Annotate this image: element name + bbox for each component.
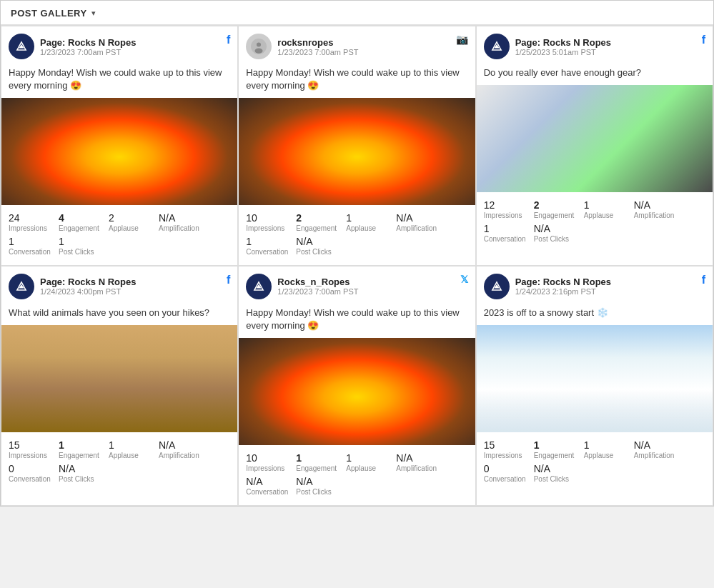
post-card-3: Page: Rocks N Ropes 1/25/2023 5:01am PST… [476,26,713,266]
post-clicks-stat: N/A Post Clicks [59,463,101,484]
impressions-stat: 15 Impressions [9,439,51,460]
post-clicks-value: N/A [296,476,339,488]
engagement-stat: 2 Engagement [534,199,577,220]
post-text: Happy Monday! Wish we could wake up to t… [1,64,237,98]
avatar [9,34,34,59]
impressions-stat: 10 Impressions [246,212,289,233]
instagram-icon: 📷 [456,34,468,45]
stats-row-1: 10 Impressions 1 Engagement 1 Applause N… [246,452,467,473]
applause-stat: 2 Applause [109,212,152,233]
post-text: 2023 is off to a snowy start ❄️ [477,304,713,325]
post-clicks-label: Post Clicks [59,475,101,484]
post-card-5: Rocks_n_Ropes 1/23/2023 7:00am PST 𝕏 Hap… [238,266,475,506]
conversation-label: Conversation [484,475,527,484]
post-image [239,338,475,445]
applause-stat: 1 Applause [346,452,389,473]
post-date: 1/25/2023 5:01am PST [515,48,611,56]
author-info: Page: Rocks N Ropes 1/23/2023 7:00am PST [40,37,136,56]
stats-row-1: 15 Impressions 1 Engagement 1 Applause N… [484,439,705,460]
post-clicks-label: Post Clicks [59,248,101,256]
applause-value: 1 [584,439,627,452]
engagement-label: Engagement [534,452,577,460]
impressions-label: Impressions [484,211,527,220]
post-header: rocksnropes 1/23/2023 7:00am PST 📷 [239,26,475,64]
author-info: Page: Rocks N Ropes 1/24/2023 2:16pm PST [515,276,611,296]
engagement-label: Engagement [296,224,339,233]
amplification-value: N/A [159,439,202,452]
conversation-value: 0 [484,463,527,475]
impressions-value: 10 [246,452,289,464]
applause-stat: 1 Applause [109,439,152,460]
author-name: rocksnropes [277,37,358,48]
conversation-value: 1 [246,236,289,248]
post-header: Rocks_n_Ropes 1/23/2023 7:00am PST 𝕏 [239,266,475,304]
gallery-header: POST GALLERY ▾ [1,1,713,25]
author-name: Page: Rocks N Ropes [40,37,136,48]
post-card-2: rocksnropes 1/23/2023 7:00am PST 📷 Happy… [238,26,475,266]
impressions-value: 15 [9,439,51,452]
conversation-label: Conversation [246,248,289,256]
conversation-value: N/A [246,476,289,488]
conversation-label: Conversation [9,248,51,256]
post-author: Page: Rocks N Ropes 1/25/2023 5:01am PST [484,34,611,59]
post-text: Happy Monday! Wish we could wake up to t… [239,304,475,338]
stats-row-2: 0 Conversation N/A Post Clicks [484,463,705,484]
impressions-stat: 12 Impressions [484,199,527,220]
svg-point-5 [255,48,263,53]
post-text: Happy Monday! Wish we could wake up to t… [239,64,475,98]
engagement-stat: 1 Engagement [59,439,101,460]
author-name: Page: Rocks N Ropes [515,37,611,48]
conversation-label: Conversation [484,235,527,244]
amplification-value: N/A [634,199,677,211]
engagement-stat: 4 Engagement [59,212,101,233]
amplification-label: Amplification [396,224,439,233]
facebook-icon: f [227,274,230,286]
post-author: Page: Rocks N Ropes 1/24/2023 2:16pm PST [484,274,611,299]
impressions-value: 12 [484,199,527,211]
conversation-stat: 1 Conversation [246,236,289,256]
conversation-label: Conversation [246,488,289,497]
impressions-value: 15 [484,439,527,452]
post-header: Page: Rocks N Ropes 1/25/2023 5:01am PST… [477,26,713,64]
facebook-icon: f [702,274,705,286]
engagement-stat: 1 Engagement [534,439,577,460]
post-date: 1/24/2023 4:00pm PST [40,287,136,296]
applause-value: 1 [584,199,627,211]
post-clicks-value: N/A [296,236,339,248]
impressions-stat: 24 Impressions [9,212,51,233]
post-author: rocksnropes 1/23/2023 7:00am PST [246,34,358,59]
applause-stat: 1 Applause [346,212,389,233]
post-clicks-label: Post Clicks [296,248,339,256]
avatar [246,274,272,299]
engagement-label: Engagement [296,464,339,473]
amplification-stat: N/A Amplification [634,439,677,460]
post-text: Do you really ever have enough gear? [477,64,713,85]
applause-stat: 1 Applause [584,439,627,460]
impressions-label: Impressions [246,464,289,473]
post-date: 1/23/2023 7:00am PST [277,48,358,56]
stats-row-2: 1 Conversation N/A Post Clicks [484,223,705,244]
applause-label: Applause [346,464,389,473]
impressions-value: 24 [9,212,51,224]
post-image [239,98,475,205]
impressions-label: Impressions [484,452,527,460]
stats-row-1: 12 Impressions 2 Engagement 1 Applause N… [484,199,705,220]
engagement-value: 1 [534,439,577,452]
amplification-stat: N/A Amplification [634,199,677,220]
stats-row-2: 1 Conversation 1 Post Clicks [9,236,230,256]
post-clicks-label: Post Clicks [534,235,577,244]
amplification-value: N/A [396,212,439,224]
gallery-title: POST GALLERY [11,8,87,19]
applause-value: 1 [346,212,389,224]
facebook-icon: f [702,34,705,46]
engagement-value: 1 [296,452,339,464]
chevron-down-icon[interactable]: ▾ [91,9,96,18]
post-stats: 10 Impressions 2 Engagement 1 Applause N… [239,205,475,265]
post-text: What wild animals have you seen on your … [1,304,237,325]
post-clicks-stat: N/A Post Clicks [534,223,577,244]
gallery-grid: Page: Rocks N Ropes 1/23/2023 7:00am PST… [1,25,713,506]
impressions-stat: 10 Impressions [246,452,289,473]
avatar [484,34,510,59]
conversation-stat: N/A Conversation [246,476,289,497]
impressions-label: Impressions [9,224,51,233]
